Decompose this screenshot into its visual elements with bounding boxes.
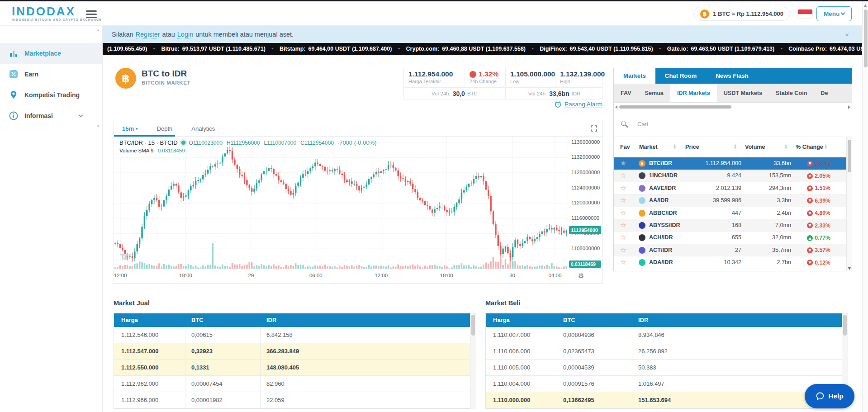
- coin-icon: [639, 259, 645, 266]
- coin-icon: [639, 210, 645, 217]
- search-input[interactable]: [637, 111, 836, 137]
- close-icon[interactable]: ×: [845, 31, 849, 38]
- order-row[interactable]: 1.112.547.0000,32923366.283.849: [114, 343, 470, 360]
- market-row-abyss-idr[interactable]: ☆ABYSS/IDR1687,0mn▼2.33%: [614, 219, 847, 232]
- order-row[interactable]: 1.110.000.0000,13662495151.653.694: [486, 392, 842, 408]
- favorite-star-icon[interactable]: ☆: [620, 259, 626, 266]
- volume-indicator-value: 0.03118459: [158, 148, 185, 153]
- market-row-aa-idr[interactable]: ☆AA/IDR39.599.9863,3bn▼6.39%: [614, 194, 847, 207]
- favorite-star-icon[interactable]: ☆: [620, 209, 626, 217]
- sort-icon[interactable]: ▲▼: [825, 144, 827, 149]
- order-row[interactable]: 1.110.006.0000,0236547326.256.892: [486, 343, 842, 360]
- market-pair-label: AA/IDR: [649, 194, 669, 207]
- market-row-ada-idr[interactable]: ☆ADA/IDR10.3422,7bn▼0.12%: [614, 256, 847, 269]
- scroll-left-icon[interactable]: [615, 105, 617, 109]
- market-row-act-idr[interactable]: ☆ACT/IDR2735,7mn▼3.57%: [614, 244, 847, 256]
- market-price: 447: [732, 207, 741, 219]
- favorite-star-icon[interactable]: ☆: [620, 246, 626, 254]
- market-change: ▲0.77%: [807, 232, 830, 244]
- bar-chart-icon: [9, 49, 18, 58]
- column-header-market[interactable]: Market: [639, 137, 658, 157]
- order-row[interactable]: 1.112.962.0000,0000745482.960: [114, 376, 470, 392]
- order-row[interactable]: 1.110.005.0000,0000453950.383: [486, 360, 842, 376]
- menu-button[interactable]: Menu: [816, 6, 852, 21]
- favorite-star-icon[interactable]: ☆: [620, 222, 626, 229]
- tradingview-logo[interactable]: [120, 254, 132, 262]
- subtab-scrollbar: [614, 103, 852, 111]
- scroll-down-icon[interactable]: ▼: [848, 266, 851, 270]
- sell-order-book: HargaBTCIDR1.112.546.0000,006156.842.158…: [114, 313, 470, 409]
- indonesia-flag-icon[interactable]: [797, 9, 813, 19]
- bitcoin-icon: ฿: [700, 9, 709, 19]
- order-cell: 0,1331: [191, 360, 209, 376]
- circle-down-icon: ▼: [807, 161, 813, 166]
- fullscreen-icon[interactable]: [590, 125, 598, 134]
- sidebar-item-informasi[interactable]: Informasi: [0, 105, 102, 126]
- order-row[interactable]: 1.112.546.0000,006156.842.158: [114, 327, 470, 343]
- subtab-semua[interactable]: Semua: [638, 84, 670, 102]
- favorite-star-icon[interactable]: ☆: [620, 234, 626, 242]
- circle-down-icon: ▼: [807, 198, 813, 204]
- status-dot-icon: [181, 141, 185, 145]
- scrollbar-thumb[interactable]: [619, 105, 731, 109]
- sort-icon[interactable]: ▲▼: [674, 144, 676, 149]
- sidebar-item-marketplace[interactable]: Marketplace: [0, 43, 102, 64]
- sidebar-item-earn[interactable]: Earn: [0, 64, 102, 85]
- volume-idr: Vol 24h: 33,6bn IDR: [506, 88, 603, 99]
- tab-news-flash[interactable]: News Flash: [706, 68, 758, 84]
- subtab-stable-coin[interactable]: Stable Coin: [769, 84, 814, 102]
- ticker-item: - Crypto.com:69.460,88 USDT (1.109.637.5…: [396, 46, 526, 52]
- favorite-star-icon[interactable]: ☆: [620, 197, 626, 204]
- favorite-star-icon[interactable]: ★: [620, 160, 626, 167]
- subtab-fav[interactable]: FAV: [614, 84, 638, 102]
- tab-chat-room[interactable]: Chat Room: [655, 68, 706, 84]
- chart-tab-analytics[interactable]: Analytics: [191, 125, 215, 132]
- scroll-up-icon[interactable]: ▲: [864, 3, 867, 7]
- candlestick-chart[interactable]: [114, 137, 568, 269]
- hamburger-menu-icon[interactable]: [86, 10, 97, 20]
- column-header-volume[interactable]: Volume: [745, 137, 765, 157]
- scrollbar-thumb[interactable]: [843, 315, 847, 336]
- chart-tab-15m[interactable]: 15m▾: [122, 125, 138, 132]
- order-cell: 0,00615: [191, 327, 213, 343]
- sort-icon[interactable]: ▲▼: [785, 144, 787, 149]
- sidebar-scroll-up-icon[interactable]: ▲: [96, 28, 100, 32]
- order-row[interactable]: 1.110.004.0000,000915761.016.497: [486, 376, 842, 392]
- chart-tab-depth[interactable]: Depth: [157, 125, 173, 132]
- ticker-exchange-value: 69.463,50 USDT (1.109.679.413): [691, 46, 774, 52]
- column-header--change[interactable]: % Change: [796, 137, 823, 157]
- set-alarm-link[interactable]: Pasang Alarm: [534, 100, 602, 108]
- subtab-de[interactable]: De: [814, 84, 835, 102]
- login-link[interactable]: Login: [177, 31, 193, 38]
- column-header-price[interactable]: Price: [685, 137, 699, 157]
- tab-markets[interactable]: Markets: [614, 68, 655, 84]
- gear-icon[interactable]: ⚙: [578, 272, 584, 280]
- market-row-ach-idr[interactable]: ☆ACH/IDR65532,0mn▲0.77%: [614, 232, 847, 244]
- sidebar-item-kompetisi-trading[interactable]: Kompetisi Trading: [0, 85, 102, 105]
- sidebar-item-label: Earn: [24, 71, 38, 78]
- subtab-idr-markets[interactable]: IDR Markets: [670, 84, 717, 102]
- help-button[interactable]: Help: [805, 384, 854, 408]
- order-row[interactable]: 1.112.550.0000,1331148.080.405: [114, 360, 470, 376]
- order-cell: 148.080.405: [266, 360, 299, 376]
- market-pair-label: ACT/IDR: [649, 244, 672, 256]
- favorite-star-icon[interactable]: ☆: [620, 172, 626, 180]
- market-row-1inch-idr[interactable]: ☆1INCH/IDR9.424153,5mn▼2.05%: [614, 170, 847, 182]
- favorite-star-icon[interactable]: ☆: [620, 185, 626, 192]
- scrollbar-thumb[interactable]: [864, 9, 868, 67]
- scrollbar-thumb[interactable]: [471, 315, 475, 336]
- market-change: ▼1.51%: [807, 182, 830, 194]
- column-header-fav[interactable]: Fav: [620, 137, 630, 157]
- market-row-aave-idr[interactable]: ☆AAVE/IDR2.012.139294,3mn▼1.51%: [614, 182, 847, 194]
- sort-icon[interactable]: ▲▼: [734, 144, 736, 149]
- order-row[interactable]: 1.110.007.0000,008049368.934.846: [486, 327, 842, 343]
- market-row-btc-idr[interactable]: ★฿BTC/IDR1.112.954.00033,6bn▼1.32%: [614, 157, 847, 170]
- market-row-abbc-idr[interactable]: ☆ABBC/IDR4472,4bn▼4.89%: [614, 207, 847, 219]
- subtab-usdt-markets[interactable]: USDT Markets: [717, 84, 769, 102]
- scrollbar-thumb[interactable]: [848, 140, 851, 172]
- scroll-right-icon[interactable]: [848, 105, 850, 109]
- market-volume: 32,0mn: [772, 232, 791, 244]
- order-row[interactable]: 1.112.966.0000,0000198222.059: [114, 392, 470, 408]
- sidebar-scroll-down-icon[interactable]: ▼: [96, 124, 100, 128]
- register-link[interactable]: Register: [136, 31, 160, 38]
